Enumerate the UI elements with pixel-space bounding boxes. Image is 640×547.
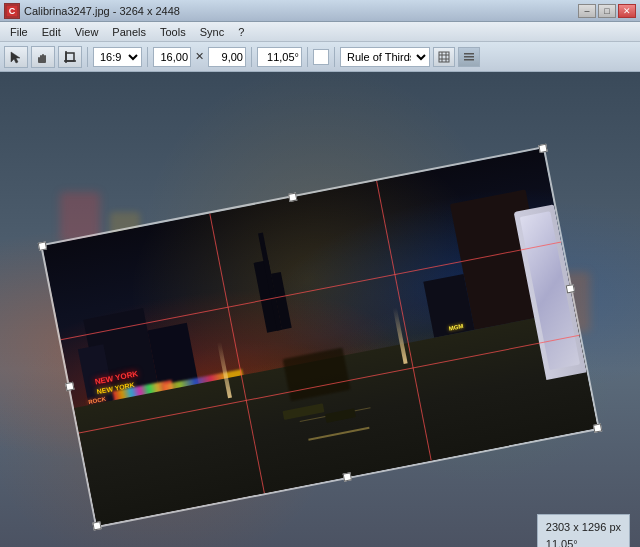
handle-middle-right[interactable] <box>566 283 575 292</box>
height-input[interactable] <box>208 47 246 67</box>
svg-rect-17 <box>464 56 474 58</box>
toolbar-separator-4 <box>307 47 308 67</box>
overlay-options-button-1[interactable] <box>433 47 455 67</box>
toolbar-separator-3 <box>251 47 252 67</box>
crop-tool-button[interactable] <box>58 46 82 68</box>
handle-bottom-right[interactable] <box>593 423 602 432</box>
handle-bottom-left[interactable] <box>92 521 101 530</box>
info-size: 2303 x 1296 px <box>546 519 621 536</box>
svg-rect-11 <box>439 52 449 62</box>
window-controls: – □ ✕ <box>578 4 636 18</box>
minimize-button[interactable]: – <box>578 4 596 18</box>
pointer-icon <box>9 50 23 64</box>
handle-bottom-middle[interactable] <box>343 472 352 481</box>
angle-input[interactable] <box>257 47 302 67</box>
menu-edit[interactable]: Edit <box>36 25 67 39</box>
app-icon: C <box>4 3 20 19</box>
window-title: Calibrina3247.jpg - 3264 x 2448 <box>24 5 180 17</box>
width-input[interactable] <box>153 47 191 67</box>
overlay-options-button-2[interactable] <box>458 47 480 67</box>
hand-tool-button[interactable] <box>31 46 55 68</box>
hand-icon <box>36 50 50 64</box>
rule-of-thirds-select[interactable]: Rule of Thirds Golden Ratio Diagonal Non… <box>340 47 430 67</box>
maximize-button[interactable]: □ <box>598 4 616 18</box>
menu-sync[interactable]: Sync <box>194 25 230 39</box>
menu-file[interactable]: File <box>4 25 34 39</box>
menu-help[interactable]: ? <box>232 25 250 39</box>
handle-top-right[interactable] <box>538 143 547 152</box>
checkbox-area[interactable] <box>313 49 329 65</box>
info-angle: 11.05° <box>546 536 621 548</box>
handle-middle-left[interactable] <box>65 381 74 390</box>
handle-top-middle[interactable] <box>288 192 297 201</box>
svg-marker-2 <box>11 52 20 63</box>
toolbar-separator-1 <box>87 47 88 67</box>
dimension-separator: ✕ <box>194 50 205 63</box>
svg-rect-18 <box>464 59 474 61</box>
menu-panels[interactable]: Panels <box>106 25 152 39</box>
canvas-area: NEW YORK NEW YORK ROCK BAD GUY MGM <box>0 72 640 547</box>
svg-rect-7 <box>38 59 46 63</box>
menu-tools[interactable]: Tools <box>154 25 192 39</box>
pointer-tool-button[interactable] <box>4 46 28 68</box>
overlay-icon-2 <box>462 50 476 64</box>
svg-rect-8 <box>66 53 74 61</box>
toolbar-separator-5 <box>334 47 335 67</box>
menu-bar: File Edit View Panels Tools Sync ? <box>0 22 640 42</box>
info-box: 2303 x 1296 px 11.05° <box>537 514 630 547</box>
menu-view[interactable]: View <box>69 25 105 39</box>
handle-top-left[interactable] <box>38 241 47 250</box>
crop-icon <box>63 50 77 64</box>
svg-rect-16 <box>464 53 474 55</box>
aspect-ratio-select[interactable]: 16:9 4:3 1:1 Free <box>93 47 142 67</box>
overlay-icon-1 <box>437 50 451 64</box>
title-bar: C Calibrina3247.jpg - 3264 x 2448 – □ ✕ <box>0 0 640 22</box>
close-button[interactable]: ✕ <box>618 4 636 18</box>
toolbar-separator-2 <box>147 47 148 67</box>
svg-text:C: C <box>9 6 16 16</box>
toolbar: 16:9 4:3 1:1 Free ✕ Rule of Thirds Golde… <box>0 42 640 72</box>
